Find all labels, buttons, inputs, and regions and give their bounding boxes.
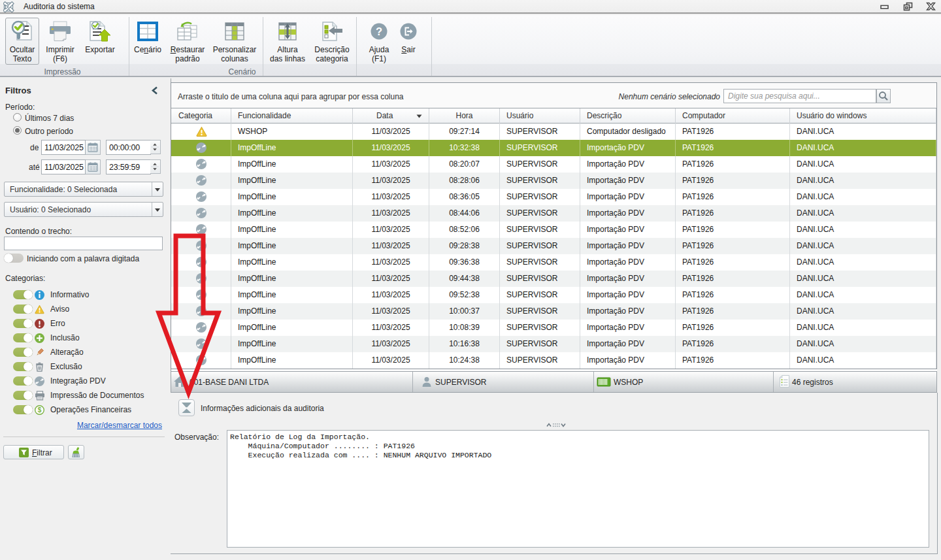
svg-text:$: $ [38,406,42,414]
svg-text:?: ? [376,25,382,37]
